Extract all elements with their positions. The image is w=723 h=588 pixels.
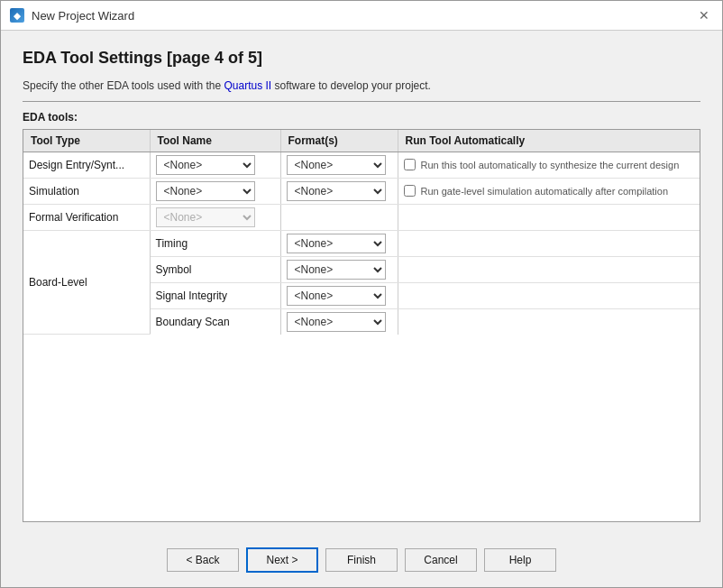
cell-run-signal [398,282,700,308]
window-title: New Project Wizard [32,9,134,23]
table-row: Board-Level Timing <None> [23,230,700,256]
footer: < Back Next > Finish Cancel Help [1,537,722,587]
close-button[interactable]: ✕ [695,6,713,24]
cell-tool-name-timing: Timing [150,230,280,256]
sim-tool-name-select[interactable]: <None> [156,181,255,201]
cell-format-boundary: <None> [280,308,398,335]
cell-tool-name-formal: <None> [150,204,280,230]
cell-run-design: Run this tool automatically to synthesiz… [398,152,700,178]
eda-tools-table-container: Tool Type Tool Name Format(s) Run Tool A… [23,129,700,522]
design-run-checkbox[interactable] [404,159,416,170]
col-header-tool-name: Tool Name [150,130,280,152]
formal-tool-name-select[interactable]: <None> [156,207,255,227]
cell-tool-name-boundary: Boundary Scan [150,308,280,335]
back-button[interactable]: < Back [167,548,239,572]
design-format-select[interactable]: <None> [287,155,386,175]
table-header-row: Tool Type Tool Name Format(s) Run Tool A… [23,130,700,152]
cell-tool-name-sim: <None> [150,178,280,204]
cancel-button[interactable]: Cancel [405,548,477,572]
finish-button[interactable]: Finish [325,548,398,572]
sim-format-select[interactable]: <None> [287,181,386,201]
title-bar: ◆ New Project Wizard ✕ [1,1,722,31]
cell-format-formal [280,204,398,230]
app-icon: ◆ [10,8,24,23]
cell-tool-name-design: <None> [150,152,280,178]
cell-format-design: <None> [280,152,398,178]
table-row: Design Entry/Synt... <None> <None> [23,152,700,178]
description-text: Specify the other EDA tools used with th… [23,78,700,94]
next-button[interactable]: Next > [246,547,318,573]
quartus-link: Quartus II [224,79,271,92]
divider [23,101,700,102]
cell-tool-name-symbol: Symbol [150,256,280,282]
cell-tool-type-sim: Simulation [23,178,150,204]
cell-tool-type-formal: Formal Verification [23,204,150,230]
design-run-label: Run this tool automatically to synthesiz… [421,160,680,170]
eda-tools-table: Tool Type Tool Name Format(s) Run Tool A… [23,130,700,335]
col-header-run-auto: Run Tool Automatically [398,130,700,152]
cell-format-symbol: <None> [280,256,398,282]
cell-run-boundary [398,308,700,335]
cell-run-formal [398,204,700,230]
run-tool-design-cell: Run this tool automatically to synthesiz… [404,159,695,170]
content-area: EDA Tool Settings [page 4 of 5] Specify … [1,31,722,537]
design-tool-name-select[interactable]: <None> [156,155,255,175]
page-title: EDA Tool Settings [page 4 of 5] [23,49,700,68]
table-row: Simulation <None> <None> [23,178,700,204]
cell-format-timing: <None> [280,230,398,256]
main-window: ◆ New Project Wizard ✕ EDA Tool Settings… [0,0,723,588]
symbol-format-select[interactable]: <None> [287,260,386,280]
cell-format-sim: <None> [280,178,398,204]
section-label: EDA tools: [23,111,700,124]
cell-run-sim: Run gate-level simulation automatically … [398,178,700,204]
cell-tool-type-design: Design Entry/Synt... [23,152,150,178]
signal-format-select[interactable]: <None> [287,286,386,306]
title-bar-left: ◆ New Project Wizard [10,8,134,23]
col-header-tool-type: Tool Type [23,130,150,152]
col-header-format: Format(s) [280,130,398,152]
run-tool-sim-cell: Run gate-level simulation automatically … [404,185,695,197]
cell-tool-type-board: Board-Level [23,230,150,335]
timing-format-select[interactable]: <None> [287,234,386,253]
sim-run-label: Run gate-level simulation automatically … [421,186,669,197]
sim-run-checkbox[interactable] [404,185,416,197]
boundary-format-select[interactable]: <None> [287,312,386,332]
cell-format-signal: <None> [280,282,398,308]
cell-run-symbol [398,256,700,282]
cell-run-timing [398,230,700,256]
table-row: Formal Verification <None> [23,204,700,230]
cell-tool-name-signal: Signal Integrity [150,282,280,308]
help-button[interactable]: Help [484,548,556,572]
